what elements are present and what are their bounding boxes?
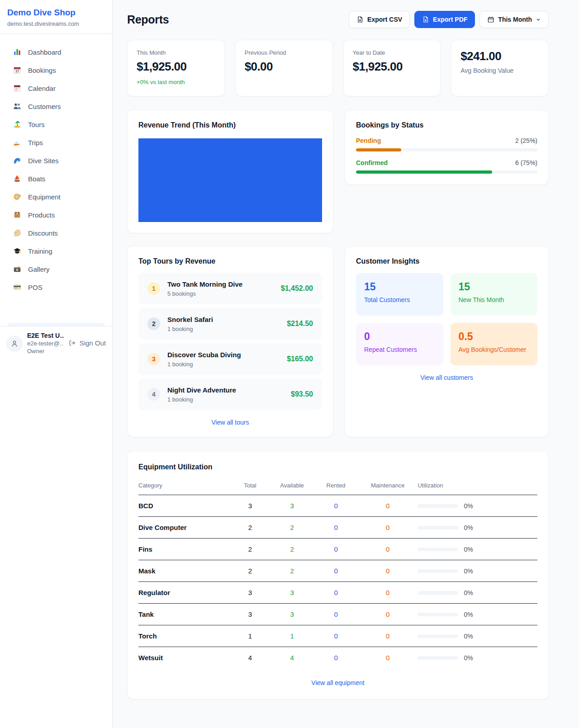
equipment-table: Category Total Available Rented Maintena…: [138, 477, 537, 668]
status-progress-track: [356, 170, 537, 174]
equipment-category: Wetsuit: [138, 647, 230, 669]
avatar: [6, 336, 23, 352]
column-header-maintenance: Maintenance: [358, 477, 418, 495]
equipment-available: 2: [270, 517, 314, 539]
sailboat-icon: [13, 174, 22, 183]
period-label: This Month: [498, 16, 532, 23]
stat-label: Previous Period: [245, 49, 323, 56]
table-row: Wetsuit 4 4 0 0 0%: [138, 647, 537, 669]
sidebar-item-customers[interactable]: Customers: [7, 97, 105, 115]
export-csv-label: Export CSV: [367, 16, 402, 23]
equipment-rented: 0: [314, 539, 358, 560]
sidebar-item-training[interactable]: Training: [7, 242, 105, 260]
equipment-utilization: 0%: [418, 582, 537, 604]
equipment-rented: 0: [314, 625, 358, 647]
main-content: Reports Export CSV Export PDF This Month…: [113, 0, 579, 718]
equipment-maintenance: 0: [358, 582, 418, 604]
equipment-utilization: 0%: [418, 604, 537, 625]
status-row-confirmed: Confirmed 6 (75%): [356, 159, 537, 174]
sidebar-item-equipment[interactable]: Equipment: [7, 188, 105, 206]
user-name: E2E Test U…: [27, 332, 64, 339]
view-all-customers-link[interactable]: View all customers: [356, 374, 537, 381]
tour-row: 1 Two Tank Morning Dive5 bookings $1,452…: [138, 273, 322, 304]
sign-out-icon: [68, 339, 76, 347]
sidebar-item-label: POS: [28, 284, 43, 291]
equipment-category: Mask: [138, 560, 230, 582]
equipment-available: 1: [270, 625, 314, 647]
sidebar-item-pos[interactable]: POS: [7, 278, 105, 296]
tile-value: 15: [459, 281, 530, 293]
brand-name: Demo Dive Shop: [7, 8, 105, 18]
sidebar-item-dive-sites[interactable]: Dive Sites: [7, 151, 105, 170]
column-header-total: Total: [230, 477, 270, 495]
brand-domain: demo.test.divestreams.com: [7, 20, 105, 27]
equipment-available: 3: [270, 582, 314, 604]
tour-bookings: 1 booking: [167, 396, 284, 403]
sidebar-item-products[interactable]: Products: [7, 206, 105, 224]
sidebar-item-label: Dashboard: [28, 48, 61, 56]
stat-card-this-month: This Month $1,925.00 +0% vs last month: [127, 40, 225, 96]
tour-bookings: 1 booking: [167, 361, 280, 368]
top-tours-title: Top Tours by Revenue: [138, 257, 322, 265]
insight-tile-repeat-customers: 0 Repeat Customers: [356, 323, 443, 365]
sidebar-item-trips[interactable]: Trips: [7, 133, 105, 151]
bookings-by-status-card: Bookings by Status Pending 2 (25%) Confi…: [345, 110, 549, 185]
table-row: Mask 2 2 0 0 0%: [138, 560, 537, 582]
sidebar-item-tours[interactable]: Tours: [7, 115, 105, 133]
sidebar: Demo Dive Shop demo.test.divestreams.com…: [0, 0, 113, 728]
equipment-utilization-title: Equipment Utilization: [138, 463, 537, 471]
stat-card-previous-period: Previous Period $0.00: [235, 40, 333, 96]
sidebar-item-calendar[interactable]: Calendar: [7, 79, 105, 97]
sidebar-item-dashboard[interactable]: Dashboard: [7, 43, 105, 61]
stats-row: This Month $1,925.00 +0% vs last month P…: [127, 40, 549, 96]
stat-label: Avg Booking Value: [460, 67, 539, 74]
header-actions: Export CSV Export PDF This Month: [349, 11, 549, 28]
insights-row: Top Tours by Revenue 1 Two Tank Morning …: [127, 246, 549, 437]
sidebar-item-gallery[interactable]: Gallery: [7, 260, 105, 278]
island-icon: [13, 120, 22, 129]
status-label: Confirmed: [356, 159, 388, 166]
export-csv-button[interactable]: Export CSV: [349, 11, 410, 28]
equipment-rented: 0: [314, 517, 358, 539]
equipment-total: 2: [230, 539, 270, 560]
period-select[interactable]: This Month: [479, 11, 549, 28]
sidebar-item-boats[interactable]: Boats: [7, 170, 105, 188]
equipment-available: 3: [270, 604, 314, 625]
credit-card-icon: [13, 283, 22, 292]
sidebar-item-label: Gallery: [28, 265, 50, 273]
wave-icon: [13, 156, 22, 165]
brand[interactable]: Demo Dive Shop demo.test.divestreams.com: [0, 0, 112, 34]
camera-icon: [13, 265, 22, 274]
utilization-bar: [418, 634, 458, 638]
equipment-maintenance: 0: [358, 495, 418, 517]
sidebar-item-label: Calendar: [28, 85, 56, 92]
view-all-tours-link[interactable]: View all tours: [138, 419, 322, 426]
equipment-maintenance: 0: [358, 625, 418, 647]
equipment-maintenance: 0: [358, 604, 418, 625]
sign-out-button[interactable]: Sign Out: [68, 339, 106, 347]
revenue-trend-card: Revenue Trend (This Month): [127, 110, 333, 233]
equipment-available: 2: [270, 560, 314, 582]
export-pdf-button[interactable]: Export PDF: [414, 11, 475, 28]
sidebar-item-label: Equipment: [28, 193, 61, 201]
tour-list: 1 Two Tank Morning Dive5 bookings $1,452…: [138, 273, 322, 410]
sidebar-item-discounts[interactable]: Discounts: [7, 224, 105, 242]
user-info: E2E Test U… e2e-tester@… Owner: [27, 332, 64, 355]
column-header-utilization: Utilization: [418, 477, 537, 495]
stat-value: $241.00: [460, 49, 539, 63]
equipment-utilization: 0%: [418, 560, 537, 582]
insight-tile-avg-bookings: 0.5 Avg Bookings/Customer: [451, 323, 538, 365]
equipment-category: BCD: [138, 495, 230, 517]
top-tours-card: Top Tours by Revenue 1 Two Tank Morning …: [127, 246, 333, 437]
table-header-row: Category Total Available Rented Maintena…: [138, 477, 537, 495]
equipment-total: 3: [230, 495, 270, 517]
sidebar-item-bookings[interactable]: 17 Bookings: [7, 61, 105, 79]
view-all-equipment-link[interactable]: View all equipment: [138, 679, 537, 686]
utilization-percent: 0%: [464, 567, 473, 575]
tour-amount: $93.50: [291, 390, 313, 398]
sidebar-item-reports-partial[interactable]: [7, 323, 105, 326]
customer-insights-title: Customer Insights: [356, 257, 537, 265]
equipment-category: Fins: [138, 539, 230, 560]
table-row: BCD 3 3 0 0 0%: [138, 495, 537, 517]
revenue-trend-title: Revenue Trend (This Month): [138, 121, 322, 129]
